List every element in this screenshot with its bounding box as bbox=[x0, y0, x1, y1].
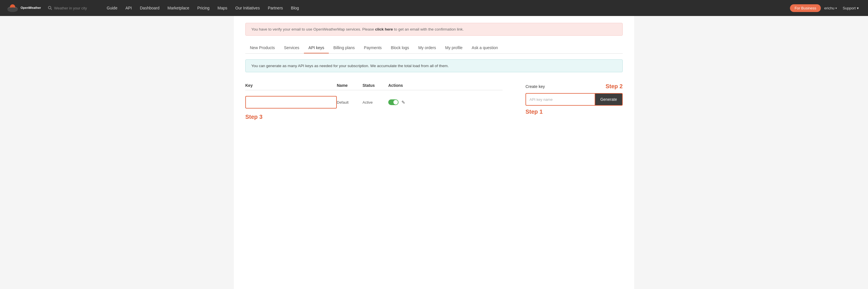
api-key-name-input[interactable] bbox=[526, 93, 595, 106]
nav-link-partners[interactable]: Partners bbox=[265, 0, 286, 16]
nav-link-guide[interactable]: Guide bbox=[103, 0, 121, 16]
row-name: Default bbox=[337, 100, 363, 105]
edit-icon[interactable]: ✎ bbox=[401, 100, 405, 105]
main-content: You have to verify your email to use Ope… bbox=[234, 16, 634, 289]
row-actions: ✎ bbox=[388, 99, 414, 105]
nav-links: Guide API Dashboard Marketplace Pricing … bbox=[103, 0, 790, 16]
toggle-knob bbox=[394, 100, 398, 105]
svg-point-3 bbox=[7, 7, 18, 12]
tab-my-profile[interactable]: My profile bbox=[441, 42, 467, 53]
search-input[interactable] bbox=[54, 6, 94, 10]
alert-click-here-link[interactable]: click here bbox=[375, 27, 393, 31]
nav-link-our-initiatives[interactable]: Our Initiatives bbox=[232, 0, 263, 16]
table-row: Default Active ✎ bbox=[245, 94, 503, 111]
tab-my-orders[interactable]: My orders bbox=[414, 42, 441, 53]
keys-section: Key Name Status Actions Default Active ✎ bbox=[245, 80, 623, 123]
info-box: You can generate as many API keys as nee… bbox=[245, 60, 623, 72]
nav-link-api[interactable]: API bbox=[122, 0, 135, 16]
alert-text-before: You have to verify your email to use Ope… bbox=[251, 27, 375, 31]
tab-block-logs[interactable]: Block logs bbox=[386, 42, 414, 53]
support-caret-icon: ▾ bbox=[857, 6, 859, 10]
nav-link-dashboard[interactable]: Dashboard bbox=[136, 0, 163, 16]
col-header-actions: Actions bbox=[388, 83, 414, 88]
create-key-title: Create key bbox=[526, 84, 545, 89]
info-box-text: You can generate as many API keys as nee… bbox=[251, 64, 448, 68]
navbar: OpenWeather Guide API Dashboard Marketpl… bbox=[0, 0, 868, 16]
step2-label: Step 2 bbox=[606, 83, 623, 90]
keys-table-header: Key Name Status Actions bbox=[245, 83, 503, 90]
key-value-input[interactable] bbox=[245, 96, 337, 109]
step3-label: Step 3 bbox=[245, 114, 503, 120]
logo-text: OpenWeather bbox=[21, 6, 41, 10]
svg-point-4 bbox=[48, 6, 51, 9]
nav-link-maps[interactable]: Maps bbox=[214, 0, 231, 16]
search-box[interactable] bbox=[48, 6, 94, 10]
alert-banner: You have to verify your email to use Ope… bbox=[245, 23, 623, 36]
tab-billing-plans[interactable]: Billing plans bbox=[329, 42, 360, 53]
create-key-row: Generate bbox=[526, 93, 623, 106]
step1-label: Step 1 bbox=[526, 109, 623, 115]
search-icon bbox=[48, 6, 52, 10]
user-menu[interactable]: erichu ▾ bbox=[821, 6, 840, 10]
create-key-section: Create key Step 2 Generate Step 1 bbox=[526, 83, 623, 120]
tab-new-products[interactable]: New Products bbox=[245, 42, 279, 53]
tab-services[interactable]: Services bbox=[279, 42, 304, 53]
user-caret-icon: ▾ bbox=[835, 7, 837, 10]
alert-text-after: to get an email with the confirmation li… bbox=[393, 27, 464, 31]
col-header-key: Key bbox=[245, 83, 337, 88]
tab-payments[interactable]: Payments bbox=[360, 42, 386, 53]
row-status: Active bbox=[363, 100, 388, 105]
tabs: New Products Services API keys Billing p… bbox=[245, 42, 623, 54]
keys-table: Key Name Status Actions Default Active ✎ bbox=[245, 83, 503, 120]
svg-line-5 bbox=[51, 9, 52, 10]
nav-link-pricing[interactable]: Pricing bbox=[194, 0, 213, 16]
generate-button[interactable]: Generate bbox=[595, 93, 623, 106]
tab-ask-question[interactable]: Ask a question bbox=[467, 42, 503, 53]
nav-link-blog[interactable]: Blog bbox=[288, 0, 303, 16]
nav-link-marketplace[interactable]: Marketplace bbox=[164, 0, 193, 16]
for-business-button[interactable]: For Business bbox=[790, 4, 821, 12]
tab-api-keys[interactable]: API keys bbox=[304, 42, 329, 53]
status-toggle[interactable] bbox=[388, 99, 399, 105]
create-key-header-row: Create key Step 2 bbox=[526, 83, 623, 90]
col-header-status: Status bbox=[363, 83, 388, 88]
support-menu[interactable]: Support ▾ bbox=[840, 6, 861, 10]
key-input-wrapper bbox=[245, 96, 337, 109]
col-header-name: Name bbox=[337, 83, 363, 88]
logo[interactable]: OpenWeather bbox=[7, 3, 41, 13]
